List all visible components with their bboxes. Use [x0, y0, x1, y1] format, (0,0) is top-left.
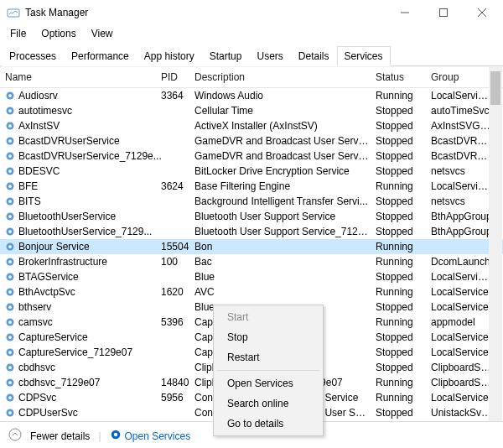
table-row[interactable]: BITSBackground Intelligent Transfer Serv… [0, 194, 503, 209]
service-description: Bon [194, 241, 376, 253]
service-description: GameDVR and Broadcast User Service [194, 135, 376, 147]
column-description[interactable]: Description [194, 71, 376, 83]
svg-point-20 [8, 200, 12, 203]
svg-point-12 [8, 139, 12, 143]
tab-startup[interactable]: Startup [202, 46, 250, 66]
service-group: ClipboardSvc... [431, 362, 498, 373]
service-status: Running [376, 316, 431, 328]
service-description: AVC [194, 286, 376, 298]
tab-services[interactable]: Services [337, 46, 391, 66]
table-row[interactable]: BFE3624Base Filtering EngineRunningLocal… [0, 179, 503, 194]
service-status: Stopped [376, 407, 431, 419]
service-icon [5, 393, 15, 403]
tab-performance[interactable]: Performance [64, 46, 137, 66]
service-status: Running [376, 377, 431, 388]
vertical-scrollbar[interactable] [489, 66, 502, 421]
close-button[interactable] [463, 0, 501, 25]
service-group: AxInstSVGroup [431, 120, 498, 132]
service-group: BthAppGroup [431, 226, 498, 237]
svg-point-36 [8, 320, 12, 324]
service-group: LocalServiceN... [431, 180, 498, 192]
service-group: netsvcs [431, 195, 498, 207]
service-name: BITS [18, 195, 41, 207]
svg-point-38 [8, 336, 12, 339]
menu-view[interactable]: View [85, 26, 120, 41]
table-row[interactable]: AxInstSVActiveX Installer (AxInstSV)Stop… [0, 118, 503, 133]
services-panel: Name PID Description Status Group Audios… [0, 66, 503, 421]
svg-point-53 [113, 433, 117, 436]
service-status: Stopped [376, 362, 431, 373]
menu-file[interactable]: File [3, 26, 33, 41]
table-row[interactable]: BluetoothUserService_7129...Bluetooth Us… [0, 224, 503, 239]
svg-point-48 [8, 411, 12, 414]
gear-icon [110, 429, 122, 443]
context-go-to-details[interactable]: Go to details [215, 414, 321, 434]
minimize-button[interactable] [386, 0, 424, 25]
service-group: ClipboardSvc... [431, 377, 498, 388]
menu-options[interactable]: Options [34, 26, 82, 41]
table-row[interactable]: autotimesvcCellular TimeStoppedautoTimeS… [0, 103, 503, 118]
tab-users[interactable]: Users [249, 46, 290, 66]
service-icon [5, 106, 15, 116]
column-status[interactable]: Status [376, 71, 431, 83]
service-icon [5, 302, 15, 312]
scrollbar-thumb[interactable] [490, 71, 500, 105]
table-row[interactable]: BluetoothUserServiceBluetooth User Suppo… [0, 209, 503, 224]
table-row[interactable]: BcastDVRUserService_7129e...GameDVR and … [0, 148, 503, 164]
service-status: Stopped [376, 211, 431, 222]
context-search-online[interactable]: Search online [215, 393, 321, 414]
service-group: LocalService [431, 331, 498, 343]
service-status: Stopped [376, 226, 431, 237]
tab-app-history[interactable]: App history [137, 46, 202, 66]
service-name: bthserv [18, 301, 51, 313]
table-header: Name PID Description Status Group [0, 67, 503, 88]
svg-point-51 [9, 429, 21, 440]
service-status: Running [376, 286, 431, 298]
svg-point-8 [8, 109, 12, 112]
context-open-services[interactable]: Open Services [215, 373, 321, 393]
fewer-details-link[interactable]: Fewer details [30, 430, 90, 442]
open-services-link[interactable]: Open Services [110, 429, 191, 443]
service-name: BFE [18, 180, 38, 192]
service-status: Stopped [376, 120, 431, 132]
context-start[interactable]: Start [215, 307, 321, 327]
column-pid[interactable]: PID [161, 71, 194, 83]
svg-point-18 [8, 185, 12, 188]
service-icon [5, 287, 15, 297]
service-name: CDPUserSvc [18, 407, 78, 419]
service-status: Stopped [376, 165, 431, 177]
table-row[interactable]: Audiosrv3364Windows AudioRunningLocalSer… [0, 88, 503, 103]
service-description: ActiveX Installer (AxInstSV) [194, 120, 376, 132]
svg-point-32 [8, 290, 12, 294]
tab-processes[interactable]: Processes [2, 46, 64, 66]
service-status: Running [376, 180, 431, 192]
table-row[interactable]: Bonjour Service15504BonRunning [0, 239, 503, 254]
context-stop[interactable]: Stop [215, 327, 321, 347]
service-name: BcastDVRUserService_7129e... [18, 150, 161, 162]
service-description: Bluetooth User Support Service_7129... [194, 226, 376, 237]
service-name: BrokerInfrastructure [18, 256, 107, 268]
svg-point-30 [8, 275, 12, 279]
service-group: autoTimeSvc [431, 105, 498, 117]
service-group: DcomLaunch [431, 256, 498, 268]
tab-details[interactable]: Details [291, 46, 337, 66]
service-name: BDESVC [18, 165, 60, 177]
service-icon [5, 347, 15, 357]
service-group: LocalService [431, 301, 498, 313]
column-group[interactable]: Group [431, 71, 498, 83]
table-row[interactable]: BDESVCBitLocker Drive Encryption Service… [0, 164, 503, 179]
table-row[interactable]: BcastDVRUserServiceGameDVR and Broadcast… [0, 133, 503, 148]
table-row[interactable]: BthAvctpSvc1620AVCRunningLocalService [0, 284, 503, 300]
service-icon [5, 242, 15, 252]
service-pid: 1620 [161, 286, 194, 298]
service-name: cbdhsvc_7129e07 [18, 377, 100, 388]
table-row[interactable]: BrokerInfrastructure100BacRunningDcomLau… [0, 254, 503, 269]
table-row[interactable]: BTAGServiceBlueStoppedLocalServiceN... [0, 269, 503, 284]
service-status: Stopped [376, 331, 431, 343]
service-status: Running [376, 256, 431, 268]
column-name[interactable]: Name [5, 71, 161, 83]
service-pid: 5396 [161, 316, 194, 328]
context-restart[interactable]: Restart [215, 347, 321, 367]
maximize-button[interactable] [424, 0, 463, 25]
service-status: Running [376, 90, 431, 102]
